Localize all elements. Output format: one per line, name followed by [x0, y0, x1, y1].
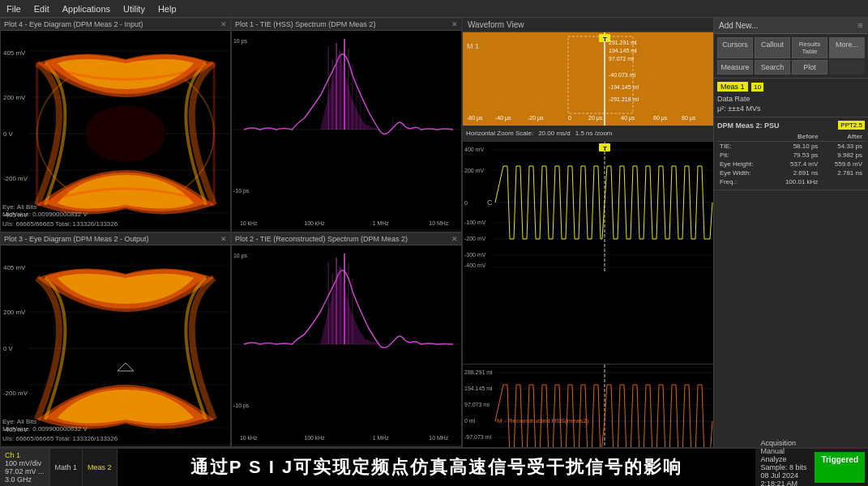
menu-applications[interactable]: Applications [62, 4, 110, 14]
plot4-info: Eye: All Bits MidValue: 0.009900000832 V [2, 203, 88, 218]
plot1-close[interactable]: ✕ [451, 20, 458, 28]
plot1-title-text: Plot 1 - TIE (HSS) Spectrum (DPM Meas 2) [235, 20, 375, 28]
dpm-row: Pit:79.53 ps9.982 ps [717, 151, 865, 160]
plot3-uis: UIs: 66665/66665 Total: 133326/133326 [2, 435, 118, 442]
more-btn[interactable]: More... [829, 37, 865, 58]
waveform-channel1[interactable]: 400 mV 200 mV 0 -100 mV -200 mV -300 mV … [463, 142, 713, 364]
meas1-data-rate: Data Rate [717, 94, 865, 104]
svg-text:100 kHz: 100 kHz [304, 435, 325, 441]
plot4-mid-val: MidValue: 0.009900000832 V [2, 211, 88, 218]
svg-text:0 V: 0 V [3, 345, 14, 352]
svg-text:-10 ps: -10 ps [233, 188, 250, 194]
plot1-canvas[interactable]: 10 ps -10 ps 10 kHz 100 kHz 1 MHz 10 MHz [232, 31, 461, 229]
meas1-num-badge: 10 [751, 83, 763, 92]
plot4-title: Plot 4 - Eye Diagram (DPM Meas 2 - Input… [1, 19, 230, 31]
svg-text:T: T [603, 145, 607, 152]
dpm-table: Before After TIE:58.10 ps54.33 psPit:79.… [717, 132, 865, 186]
plot4-title-text: Plot 4 - Eye Diagram (DPM Meas 2 - Input… [4, 20, 143, 28]
svg-text:M - Reconstructed HSS(meas2): M - Reconstructed HSS(meas2) [497, 417, 589, 424]
math1-status: Math 1 [50, 449, 83, 486]
menu-utility[interactable]: Utility [123, 4, 145, 14]
svg-text:10 kHz: 10 kHz [240, 435, 258, 441]
main-layout: Plot 4 - Eye Diagram (DPM Meas 2 - Input… [0, 18, 868, 486]
svg-text:1 MHz: 1 MHz [373, 435, 390, 441]
plot2-canvas[interactable]: 10 ps -10 ps 10 kHz 100 kHz 1 MHz 10 MHz [232, 245, 461, 444]
plot4-close[interactable]: ✕ [220, 20, 227, 28]
svg-text:-200 mV: -200 mV [464, 236, 486, 241]
svg-text:10 MHz: 10 MHz [429, 220, 448, 226]
toolbar-buttons: Cursors Callout Results Table More... Me… [714, 34, 868, 79]
svg-text:20 μs: 20 μs [588, 115, 603, 122]
menu-file[interactable]: File [6, 4, 21, 14]
plot3-close[interactable]: ✕ [220, 235, 227, 243]
dpm-cell-before: 537.4 mV [769, 160, 820, 168]
meas1-section: Meas 1 10 Data Rate μ²: ±±±4 MVs [714, 79, 868, 117]
svg-text:97.073 ml: 97.073 ml [464, 402, 490, 407]
ch1-scale: 100 mV/div [5, 459, 45, 467]
waveform-top-svg: T 291.291 ml 194.145 ml 97.072 ml -40.07… [463, 32, 713, 126]
acq-section: Acquisition Manual Analyze Sample: 8 bit… [755, 449, 811, 486]
plot2-close[interactable]: ✕ [451, 235, 458, 243]
waveform-area: Waveform View T 291.291 ml 194.145 ml 97… [462, 18, 713, 486]
dpm-title: DPM Meas 2: PSU [717, 122, 780, 130]
zoom-value2: 1.5 ns /zoom [575, 130, 613, 137]
plots-area: Plot 4 - Eye Diagram (DPM Meas 2 - Input… [0, 18, 462, 486]
dpm-cell-after: 2.781 ns [820, 168, 865, 177]
dpm-row: TIE:58.10 ps54.33 ps [717, 142, 865, 151]
svg-text:200 mV: 200 mV [3, 94, 26, 101]
dpm-cell-after: 9.982 ps [820, 151, 865, 160]
plot3-canvas[interactable]: 405 mV 200 mV 0 V -200 mV -405 mV [1, 245, 230, 444]
dpm-cell-label: Eye Width: [717, 168, 769, 177]
svg-text:200 mV: 200 mV [3, 309, 26, 316]
svg-text:10 ps: 10 ps [233, 253, 248, 259]
svg-point-12 [85, 105, 165, 162]
plot3-eye-label: Eye: All Bits [2, 418, 88, 425]
plot1-panel: Plot 1 - TIE (HSS) Spectrum (DPM Meas 2)… [231, 18, 462, 232]
plot4-svg: 405 mV 200 mV 0 V -200 mV -405 mV [1, 31, 230, 229]
cursors-btn[interactable]: Cursors [717, 37, 753, 58]
meas2-status-label: Meas 2 [88, 463, 112, 471]
add-new-label: Add New... [719, 21, 758, 30]
plot3-title: Plot 3 - Eye Diagram (DPM Meas 2 - Outpu… [1, 233, 230, 245]
empty-btn [829, 60, 865, 75]
svg-text:97.072 ml: 97.072 ml [609, 56, 634, 62]
plot2-panel: Plot 2 - TIE (Reconstructed) Spectrum (D… [231, 232, 462, 447]
acq-mode: Manual [760, 447, 806, 455]
svg-text:C: C [487, 198, 493, 207]
waveform-top[interactable]: T 291.291 ml 194.145 ml 97.072 ml -40.07… [463, 32, 713, 126]
dpm-row: Eye Width:2.691 ns2.781 ns [717, 168, 865, 177]
meas1-badge: Meas 1 [717, 82, 748, 92]
dpm-col-label [717, 132, 769, 142]
svg-text:100 kHz: 100 kHz [304, 220, 325, 226]
dpm-cell-label: Freq.: [717, 177, 769, 186]
plot3-panel: Plot 3 - Eye Diagram (DPM Meas 2 - Outpu… [0, 232, 231, 447]
dpm-cell-before: 58.10 ps [769, 142, 820, 151]
plot-btn[interactable]: Plot [792, 60, 827, 75]
svg-text:-40 μs: -40 μs [495, 115, 511, 122]
measure-btn[interactable]: Measure [717, 60, 753, 75]
svg-text:405 mV: 405 mV [3, 49, 26, 57]
results-table-btn[interactable]: Results Table [792, 37, 827, 58]
svg-text:-400 mV: -400 mV [464, 262, 486, 268]
svg-text:-100 mV: -100 mV [464, 220, 486, 225]
search-btn[interactable]: Search [755, 60, 790, 75]
dpm-badge: PPT2.5 [838, 121, 865, 130]
ch1-status-label: Ch 1 [5, 451, 45, 459]
plot2-svg: 10 ps -10 ps 10 kHz 100 kHz 1 MHz 10 MHz [232, 245, 461, 444]
svg-text:40 μs: 40 μs [621, 115, 635, 122]
triggered-button[interactable]: Triggered [815, 452, 865, 483]
menu-edit[interactable]: Edit [34, 4, 49, 14]
svg-text:-194.145 ml: -194.145 ml [609, 84, 639, 90]
dpm-section: DPM Meas 2: PSU PPT2.5 Before After TIE:… [714, 117, 868, 190]
callout-btn[interactable]: Callout [755, 37, 790, 58]
plot4-canvas[interactable]: 405 mV 200 mV 0 V -200 mV -405 mV [1, 31, 230, 229]
svg-text:0 V: 0 V [3, 130, 14, 138]
svg-text:-20 μs: -20 μs [528, 115, 544, 122]
plot1-title: Plot 1 - TIE (HSS) Spectrum (DPM Meas 2)… [232, 19, 461, 31]
plot4-uis: UIs: 66665/66665 Total: 133326/133326 [2, 220, 118, 228]
menu-help[interactable]: Help [158, 4, 177, 14]
svg-text:400 mV: 400 mV [464, 147, 484, 152]
meas2-status: Meas 2 [83, 449, 118, 486]
dpm-cell-before: 100.01 kHz [769, 177, 820, 186]
acq-analyze: Analyze [760, 455, 806, 463]
